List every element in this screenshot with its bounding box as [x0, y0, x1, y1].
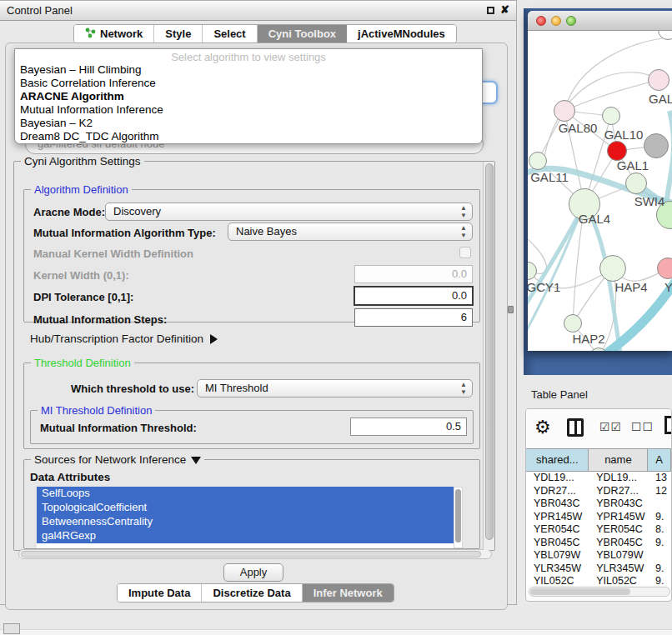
table-cell: [648, 498, 671, 511]
aracne-mode-label: Aracne Mode:: [33, 206, 105, 218]
settings-vertical-scrollbar[interactable]: [483, 162, 494, 550]
table-panel: ⚙ ☑☑ ☐☐ shared...nameA YDL19...YDL19...1…: [525, 408, 672, 602]
dpi-tolerance-field[interactable]: 0.0: [354, 286, 474, 306]
scrollbar-thumb[interactable]: [530, 588, 630, 595]
mi-type-select[interactable]: Naive Bayes ▲▼: [228, 222, 473, 241]
network-node[interactable]: [602, 107, 620, 125]
network-window-titlebar[interactable]: [528, 11, 672, 31]
threshold-definition-title: Threshold Definition: [31, 357, 134, 369]
network-canvas[interactable]: GALGAL80GAL10GAL11GAL1SWI4GAL4GCY1HAP4YH…: [528, 31, 672, 351]
attribute-item-selected[interactable]: SelfLoops: [37, 487, 454, 501]
network-node[interactable]: [648, 69, 669, 91]
network-node[interactable]: [529, 152, 547, 170]
close-traffic-light-icon[interactable]: [536, 16, 546, 26]
table-cell: YIL052C: [589, 575, 648, 586]
tab-label: Infer Network: [313, 587, 383, 599]
tab-jactivemnodules[interactable]: jActiveMNodules: [347, 25, 456, 42]
deselect-all-checkboxes-icon[interactable]: ☐☐: [631, 420, 654, 433]
algorithm-option[interactable]: Basic Correlation Inference: [15, 77, 482, 90]
mi-type-value: Naive Bayes: [236, 225, 297, 238]
scrollbar-thumb[interactable]: [485, 163, 494, 540]
stepper-arrows-icon: ▲▼: [460, 204, 467, 219]
scrollbar-thumb[interactable]: [455, 489, 461, 542]
control-panel-tabbar: NetworkStyleSelectCyni ToolboxjActiveMNo…: [73, 24, 457, 43]
minimize-traffic-light-icon[interactable]: [551, 16, 561, 26]
close-icon[interactable]: ✘: [500, 3, 509, 16]
sources-title-text: Sources for Network Inference: [34, 453, 186, 466]
table-row[interactable]: YBL079WYBL079W: [526, 549, 671, 562]
split-columns-icon[interactable]: [567, 418, 584, 437]
select-all-checkboxes-icon[interactable]: ☑☑: [599, 420, 622, 433]
collapsed-panel-button[interactable]: [3, 623, 20, 634]
mi-threshold-field[interactable]: 0.5: [350, 418, 467, 436]
network-node[interactable]: [564, 314, 582, 332]
splitter-grip[interactable]: [508, 306, 514, 313]
sources-group-title[interactable]: Sources for Network Inference: [31, 453, 204, 466]
gear-icon[interactable]: ⚙: [534, 417, 551, 438]
hub-definition-label: Hub/Transcription Factor Definition: [30, 332, 203, 345]
float-window-icon[interactable]: [487, 7, 494, 14]
column-header[interactable]: A: [648, 449, 671, 471]
column-header[interactable]: shared...: [526, 449, 589, 471]
algorithm-option[interactable]: Bayesian – Hill Climbing: [15, 63, 482, 77]
zoom-traffic-light-icon[interactable]: [566, 16, 576, 26]
tab-discretize-data[interactable]: Discretize Data: [202, 584, 302, 602]
table-row[interactable]: YER054CYER054C8.: [526, 523, 671, 537]
tab-cyni-toolbox[interactable]: Cyni Toolbox: [258, 25, 347, 42]
node-label: GAL80: [559, 121, 598, 135]
node-label: SWI4: [634, 194, 665, 208]
aracne-mode-select[interactable]: Discovery ▲▼: [105, 202, 473, 221]
apply-button[interactable]: Apply: [223, 563, 283, 582]
table-cell: YPR145W: [526, 511, 589, 524]
document-icon[interactable]: [664, 416, 672, 434]
algorithm-option[interactable]: ARACNE Algorithm: [15, 90, 482, 103]
mi-steps-field[interactable]: 6: [354, 308, 473, 327]
column-header[interactable]: name: [589, 449, 648, 471]
table-cell: YLR345W: [589, 562, 648, 576]
tab-impute-data[interactable]: Impute Data: [118, 584, 202, 602]
attribute-item-selected[interactable]: BetweennessCentrality: [37, 515, 454, 529]
network-node[interactable]: [625, 172, 647, 194]
tab-style[interactable]: Style: [154, 25, 203, 42]
table-cell: 9.: [648, 575, 671, 586]
table-cell: 9.: [648, 537, 671, 550]
kernel-width-field[interactable]: 0.0: [354, 265, 473, 283]
attributes-vertical-scrollbar[interactable]: [454, 487, 463, 548]
scrollbar-thumb[interactable]: [21, 551, 481, 558]
algorithm-option[interactable]: Bayesian – K2: [15, 117, 482, 130]
kernel-width-label: Kernel Width (0,1):: [33, 269, 129, 282]
table-cell: YBR045C: [589, 537, 648, 550]
tab-label: Network: [100, 28, 143, 40]
table-row[interactable]: YDL19...YDL19...13: [526, 472, 671, 485]
network-node[interactable]: [554, 100, 575, 122]
node-label: GAL: [649, 92, 672, 106]
tab-network[interactable]: Network: [74, 25, 154, 42]
data-attributes-list[interactable]: SelfLoopsTopologicalCoefficientBetweenne…: [37, 487, 454, 548]
network-node[interactable]: [599, 255, 626, 282]
tab-label: Select: [213, 28, 245, 40]
table-row[interactable]: YDR27...YDR27...12: [526, 485, 671, 498]
algorithm-option[interactable]: Dream8 DC_TDC Algorithm: [15, 130, 482, 143]
table-row[interactable]: YBR043CYBR043C: [526, 498, 671, 511]
table-cell: YBR045C: [526, 537, 589, 550]
which-threshold-value: MI Threshold: [205, 382, 268, 394]
which-threshold-select[interactable]: MI Threshold ▲▼: [197, 379, 473, 398]
attribute-item-selected[interactable]: gal4RGexp: [37, 529, 454, 543]
algorithm-option[interactable]: Mutual Information Inference: [15, 103, 482, 117]
node-label: GAL1: [617, 158, 649, 172]
table-row[interactable]: YPR145WYPR145W9.: [526, 511, 671, 524]
tab-select[interactable]: Select: [203, 25, 257, 42]
table-horizontal-scrollbar[interactable]: [529, 587, 670, 597]
settings-horizontal-scrollbar[interactable]: [18, 549, 492, 559]
node-label: Y: [664, 280, 672, 294]
table-row[interactable]: YBR045CYBR045C9.: [526, 537, 671, 550]
manual-kernel-checkbox[interactable]: [459, 247, 471, 258]
tab-infer-network[interactable]: Infer Network: [303, 584, 394, 602]
table-row[interactable]: YIL052CYIL052C9.: [526, 575, 671, 586]
network-node[interactable]: [644, 133, 669, 158]
attribute-item-selected[interactable]: TopologicalCoefficient: [37, 501, 454, 515]
tab-label: jActiveMNodules: [358, 28, 445, 40]
mi-threshold-group-title: MI Threshold Definition: [38, 404, 155, 417]
hub-definition-toggle[interactable]: Hub/Transcription Factor Definition: [30, 332, 218, 345]
table-row[interactable]: YLR345WYLR345W9.: [526, 562, 671, 576]
